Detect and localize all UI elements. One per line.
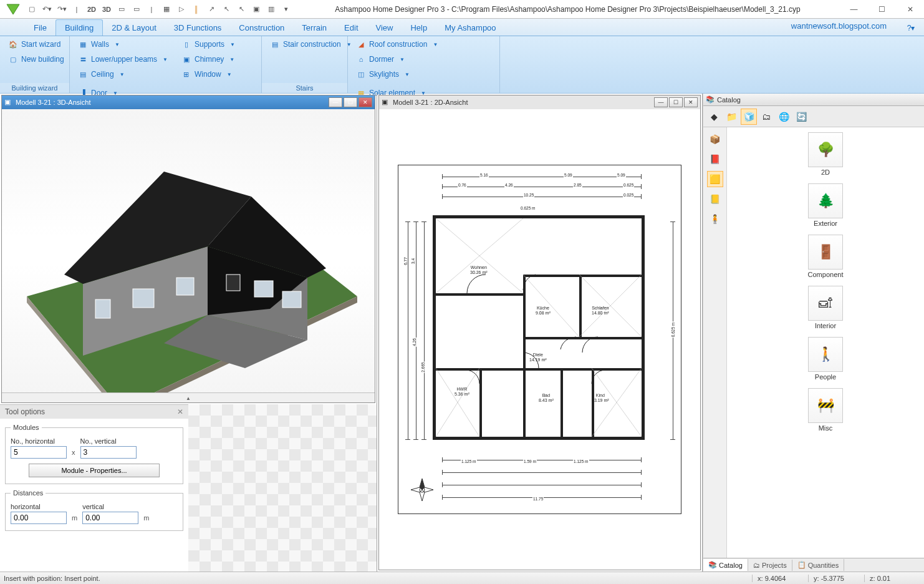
toggle-a-icon[interactable]: ▭ — [115, 2, 128, 16]
subwin-minimize-button[interactable]: — — [654, 97, 668, 107]
subwin-close-button[interactable]: ✕ — [684, 97, 698, 107]
promo-link[interactable]: wantnewsoft.blogspot.com — [791, 21, 887, 31]
subwin-maximize-button[interactable]: ☐ — [344, 97, 357, 107]
catalog-tab-quantities[interactable]: 📋 Quantities — [792, 559, 845, 571]
window-button[interactable]: ⊞Window▼ — [177, 67, 239, 81]
dormer-button[interactable]: ⌂Dormer▼ — [352, 52, 442, 66]
stair-construction-button[interactable]: ▤Stair construction▼ — [266, 37, 356, 51]
tab-my-ashampoo[interactable]: My Ashampoo — [436, 20, 504, 36]
panel-close-icon[interactable]: ✕ — [177, 407, 183, 416]
tab-view[interactable]: View — [367, 20, 402, 36]
catalog-item-exterior[interactable]: 🌲Exterior — [797, 183, 854, 227]
tab-construction[interactable]: Construction — [230, 20, 293, 36]
catalog-item-interior[interactable]: 🛋Interior — [797, 286, 854, 329]
walls-button[interactable]: ▦Walls▼ — [74, 37, 172, 51]
group-label: Building wizard — [0, 83, 69, 93]
title-bar: ▢ ↶▾ ↷▾ | 2D 3D ▭ ▭ | ▦ ▷ ║ ↗ ↖ ↖ ▣ ▥ ▾ … — [0, 0, 924, 19]
tab-building[interactable]: Building — [55, 19, 103, 36]
close-button[interactable]: ✕ — [896, 1, 924, 18]
chevron-down-icon: ▼ — [115, 42, 120, 47]
catalog-side-1-icon[interactable]: 📕 — [707, 151, 723, 167]
left-column: ▣ Modell 3-21 : 3D-Ansicht — ☐ ✕ — [0, 94, 377, 572]
catalog-tabs: 📚 Catalog 🗂 Projects 📋 Quantities — [703, 558, 924, 572]
view-2d-titlebar[interactable]: ▣ Modell 3-21 : 2D-Ansicht — ☐ ✕ — [379, 95, 700, 109]
horizontal-scrollbar[interactable] — [2, 392, 375, 402]
view-3d-canvas[interactable] — [2, 109, 375, 392]
catalog-side-3-icon[interactable]: 📒 — [707, 191, 723, 207]
dist-vertical-input[interactable] — [82, 512, 138, 524]
beams-button[interactable]: 〓Lower/upper beams▼ — [74, 52, 172, 66]
catalog-tool-1-icon[interactable]: 📁 — [723, 109, 739, 125]
chimney-button[interactable]: ▣Chimney▼ — [177, 52, 239, 66]
skylights-button[interactable]: ◫Skylights▼ — [352, 67, 442, 81]
roof-construction-button[interactable]: ◢Roof construction▼ — [352, 37, 442, 51]
bars-icon[interactable]: ║ — [190, 2, 203, 16]
new-icon[interactable]: ▢ — [25, 2, 39, 16]
catalog-side-4-icon[interactable]: 🧍 — [707, 211, 723, 227]
ribbon-group-stairs: ▤Stair construction▼ Stairs — [262, 36, 348, 93]
status-z: z: 0.01 — [864, 575, 920, 582]
start-wizard-button[interactable]: 🏠Start wizard — [4, 37, 69, 51]
app-menu-icon[interactable] — [2, 1, 24, 18]
toggle-b-icon[interactable]: ▭ — [130, 2, 143, 16]
view-2d-title: Modell 3-21 : 2D-Ansicht — [393, 99, 652, 106]
window-title: Ashampoo Home Designer Pro 3 - C:\Progra… — [296, 5, 840, 14]
document-icon: ▢ — [8, 54, 18, 64]
pointer-icon[interactable]: ▷ — [175, 2, 188, 16]
empty-checker-area — [188, 404, 377, 572]
view-3d-icon[interactable]: 3D — [100, 2, 113, 16]
catalog-tool-3-icon[interactable]: 🗂 — [758, 109, 774, 125]
catalog-item-2d[interactable]: 🌳2D — [797, 132, 854, 176]
catalog-tool-5-icon[interactable]: 🔄 — [793, 109, 809, 125]
dist-horizontal-input[interactable] — [11, 512, 67, 524]
maximize-button[interactable]: ☐ — [868, 1, 896, 18]
wall-icon: ▦ — [78, 39, 88, 49]
tab-edit[interactable]: Edit — [335, 20, 367, 36]
view-2d-canvas[interactable]: 5.16 5.09 5.09 0.76 4.26 2.85 0.625 10.2… — [379, 109, 700, 570]
no-horizontal-input[interactable] — [11, 446, 67, 459]
view-2d-icon[interactable]: 2D — [85, 2, 99, 16]
window-icon: ▣ — [382, 98, 390, 107]
chevron-down-icon: ▼ — [120, 72, 125, 77]
catalog-toolbar: ◆ 📁 🧊 🗂 🌐 🔄 — [703, 106, 924, 127]
catalog-list[interactable]: 🌳2D 🌲Exterior 🚪Component 🛋Interior 🚶Peop… — [727, 127, 924, 558]
grid-icon[interactable]: ▦ — [160, 2, 173, 16]
subwin-close-button[interactable]: ✕ — [359, 97, 372, 107]
catalog-tab-projects[interactable]: 🗂 Projects — [748, 560, 792, 571]
module-properties-button[interactable]: Module - Properties... — [29, 464, 160, 477]
minimize-button[interactable]: — — [840, 1, 868, 18]
catalog-side-0-icon[interactable]: 📦 — [707, 131, 723, 147]
no-vertical-input[interactable] — [80, 446, 137, 459]
catalog-tool-2-icon[interactable]: 🧊 — [741, 109, 757, 125]
qat-more-icon[interactable]: ▾ — [279, 2, 293, 16]
supports-button[interactable]: ▯Supports▼ — [177, 37, 239, 51]
subwin-maximize-button[interactable]: ☐ — [669, 97, 683, 107]
arrow2-icon[interactable]: ↖ — [219, 2, 233, 16]
chevron-down-icon: ▼ — [433, 42, 438, 47]
ribbon-group-building-wizard: 🏠Start wizard ▢New building Building wiz… — [0, 36, 70, 93]
tab-file[interactable]: File — [25, 20, 55, 36]
catalog-side-2-icon[interactable]: 🟨 — [707, 171, 723, 187]
subwin-minimize-button[interactable]: — — [329, 97, 342, 107]
tab-3d-functions[interactable]: 3D Functions — [165, 20, 231, 36]
new-building-button[interactable]: ▢New building — [4, 52, 69, 66]
tab-help[interactable]: Help — [402, 20, 436, 36]
graph-icon[interactable]: ↗ — [205, 2, 218, 16]
view-3d-titlebar[interactable]: ▣ Modell 3-21 : 3D-Ansicht — ☐ ✕ — [2, 95, 375, 109]
catalog-tab-catalog[interactable]: 📚 Catalog — [703, 559, 748, 571]
redo-icon[interactable]: ↷▾ — [55, 2, 69, 16]
catalog-tool-4-icon[interactable]: 🌐 — [776, 109, 792, 125]
catalog-item-component[interactable]: 🚪Component — [797, 235, 854, 278]
col-icon[interactable]: ▥ — [264, 2, 278, 16]
help-icon[interactable]: ?▾ — [905, 22, 917, 34]
catalog-item-misc[interactable]: 🚧Misc — [797, 388, 854, 432]
ceiling-button[interactable]: ▤Ceiling▼ — [74, 67, 172, 81]
box-icon[interactable]: ▣ — [249, 2, 263, 16]
select-icon[interactable]: ↖ — [234, 2, 248, 16]
tab-terrain[interactable]: Terrain — [293, 20, 335, 36]
catalog-item-people[interactable]: 🚶People — [797, 337, 854, 381]
undo-icon[interactable]: ↶▾ — [40, 2, 54, 16]
floorplan: 5.16 5.09 5.09 0.76 4.26 2.85 0.625 10.2… — [398, 165, 681, 514]
catalog-tool-0-icon[interactable]: ◆ — [706, 109, 722, 125]
tab-2d-layout[interactable]: 2D & Layout — [103, 20, 165, 36]
